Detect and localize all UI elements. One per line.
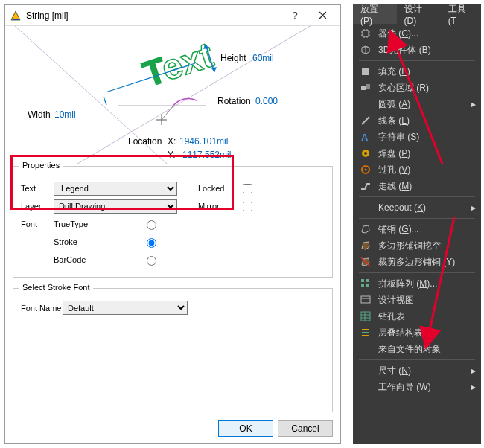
font-name-combo[interactable]: Default bbox=[63, 301, 188, 315]
menu-item[interactable]: 线条 (L) bbox=[353, 112, 481, 129]
menu-item-label: 工作向导 (W) bbox=[378, 381, 471, 394]
menu-item[interactable]: 尺寸 (N)▸ bbox=[353, 362, 481, 379]
menu-item-label: 字符串 (S) bbox=[378, 131, 477, 144]
svg-line-26 bbox=[362, 117, 369, 124]
menu-item[interactable]: 钻孔表 bbox=[353, 308, 481, 324]
svg-rect-14 bbox=[363, 31, 369, 36]
menu-item[interactable]: 拼板阵列 (M)... bbox=[353, 275, 481, 292]
menu-item-label: 走线 (M) bbox=[378, 180, 477, 193]
layer-label: Layer bbox=[21, 202, 54, 211]
drilltable-icon bbox=[359, 310, 372, 323]
polyfill-icon bbox=[359, 239, 372, 252]
svg-rect-36 bbox=[361, 279, 364, 282]
polycut-icon bbox=[359, 255, 372, 269]
blank-icon bbox=[359, 364, 372, 377]
svg-rect-46 bbox=[362, 329, 369, 330]
menu-item[interactable]: 多边形铺铜挖空 bbox=[353, 237, 481, 254]
ok-button[interactable]: OK bbox=[218, 420, 273, 437]
fill-icon bbox=[359, 65, 372, 78]
menu-list: 器件 (C)...3D元件体 (B)填充 (F)实心区域 (R)圆弧 (A)▸线… bbox=[353, 24, 481, 397]
menu-item[interactable]: 器件 (C)... bbox=[353, 25, 481, 42]
svg-marker-32 bbox=[362, 225, 369, 233]
submenu-arrow-icon: ▸ bbox=[471, 382, 477, 392]
font-name-label: Font Name bbox=[21, 304, 63, 313]
close-button[interactable] bbox=[308, 6, 337, 25]
menu-item-label: 填充 (F) bbox=[378, 65, 477, 78]
menu-item[interactable]: 走线 (M) bbox=[353, 178, 481, 194]
line-icon bbox=[359, 114, 372, 127]
submenu-arrow-icon: ▸ bbox=[471, 99, 477, 109]
menu-item[interactable]: Keepout (K)▸ bbox=[353, 199, 481, 216]
string-properties-dialog: String [mil] ? Text T bbox=[4, 4, 341, 444]
font-stroke-label: Stroke bbox=[54, 237, 143, 246]
menu-item[interactable]: 裁剪多边形铺铜 (Y) bbox=[353, 254, 481, 270]
menu-item-label: 3D元件体 (B) bbox=[378, 44, 477, 57]
title-bar[interactable]: String [mil] ? bbox=[5, 5, 340, 26]
svg-text:A: A bbox=[361, 132, 369, 143]
menu-item-label: 焊盘 (P) bbox=[378, 147, 477, 160]
menu-item-label: 实心区域 (R) bbox=[378, 82, 477, 95]
menu-item-label: Keepout (K) bbox=[378, 202, 471, 213]
locked-checkbox[interactable] bbox=[243, 184, 252, 193]
font-truetype-radio[interactable] bbox=[147, 220, 156, 230]
app-icon bbox=[10, 10, 22, 22]
menu-item-label: 裁剪多边形铺铜 (Y) bbox=[378, 256, 477, 269]
array-icon bbox=[359, 277, 372, 290]
stroke-font-legend: Select Stroke Font bbox=[19, 283, 93, 292]
svg-rect-47 bbox=[362, 332, 369, 333]
menu-item[interactable]: A字符串 (S) bbox=[353, 129, 481, 145]
menu-item[interactable]: 填充 (F) bbox=[353, 63, 481, 80]
svg-rect-39 bbox=[366, 284, 369, 287]
menu-item[interactable]: 3D元件体 (B) bbox=[353, 42, 481, 58]
polygon-icon bbox=[359, 223, 372, 236]
menu-separator bbox=[359, 60, 475, 61]
font-stroke-radio[interactable] bbox=[147, 238, 156, 248]
menu-separator bbox=[359, 218, 475, 219]
menu-item[interactable]: 焊盘 (P) bbox=[353, 145, 481, 161]
menu-item[interactable]: 实心区域 (R) bbox=[353, 80, 481, 96]
blank-icon bbox=[359, 97, 372, 111]
menu-tab-tools[interactable]: 工具 (T bbox=[441, 4, 481, 24]
svg-point-29 bbox=[364, 152, 367, 155]
place-menu-panel: 放置 (P) 设计 (D) 工具 (T 器件 (C)...3D元件体 (B)填充… bbox=[353, 4, 481, 444]
locked-label: Locked bbox=[198, 184, 240, 193]
menu-item[interactable]: 过孔 (V) bbox=[353, 161, 481, 178]
chip-icon bbox=[359, 27, 372, 40]
mirror-checkbox[interactable] bbox=[243, 202, 252, 211]
svg-rect-1 bbox=[13, 19, 19, 20]
menu-separator bbox=[359, 359, 475, 360]
menu-item[interactable]: 圆弧 (A)▸ bbox=[353, 96, 481, 112]
menu-separator bbox=[359, 196, 475, 197]
blank-icon bbox=[359, 201, 372, 214]
font-label: Font bbox=[21, 220, 54, 228]
text-combo[interactable]: .Legend bbox=[54, 182, 177, 196]
menu-item[interactable]: 层叠结构表 bbox=[353, 324, 481, 341]
dialog-title: String [mil] bbox=[26, 10, 282, 21]
menu-tab-place[interactable]: 放置 (P) bbox=[353, 4, 397, 24]
menu-item-label: 多边形铺铜挖空 bbox=[378, 240, 477, 252]
menu-item[interactable]: 来自文件的对象 bbox=[353, 341, 481, 357]
stroke-font-group: Select Stroke Font Font Name Default bbox=[13, 288, 333, 412]
menu-item[interactable]: 工作向导 (W)▸ bbox=[353, 379, 481, 395]
menu-item-label: 来自文件的对象 bbox=[378, 343, 477, 356]
menu-item-label: 设计视图 bbox=[378, 294, 477, 307]
menu-item[interactable]: 铺铜 (G)... bbox=[353, 221, 481, 237]
layer-combo[interactable]: Drill Drawing bbox=[54, 199, 177, 214]
stackup-icon bbox=[359, 326, 372, 339]
svg-point-31 bbox=[365, 169, 367, 171]
text-label: Text bbox=[21, 184, 54, 193]
view-icon bbox=[359, 293, 372, 307]
svg-rect-40 bbox=[361, 296, 370, 303]
font-barcode-label: BarCode bbox=[54, 255, 143, 264]
submenu-arrow-icon: ▸ bbox=[471, 365, 477, 376]
font-barcode-radio[interactable] bbox=[147, 256, 156, 266]
menu-item-label: 钻孔表 bbox=[378, 310, 477, 323]
menu-item-label: 器件 (C)... bbox=[378, 28, 477, 40]
string-icon: A bbox=[359, 130, 372, 144]
help-button[interactable]: ? bbox=[282, 6, 308, 25]
menu-tab-design[interactable]: 设计 (D) bbox=[397, 4, 441, 24]
pad-icon bbox=[359, 147, 372, 160]
menu-item[interactable]: 设计视图 bbox=[353, 292, 481, 308]
svg-marker-33 bbox=[362, 242, 369, 249]
cancel-button[interactable]: Cancel bbox=[278, 420, 333, 437]
